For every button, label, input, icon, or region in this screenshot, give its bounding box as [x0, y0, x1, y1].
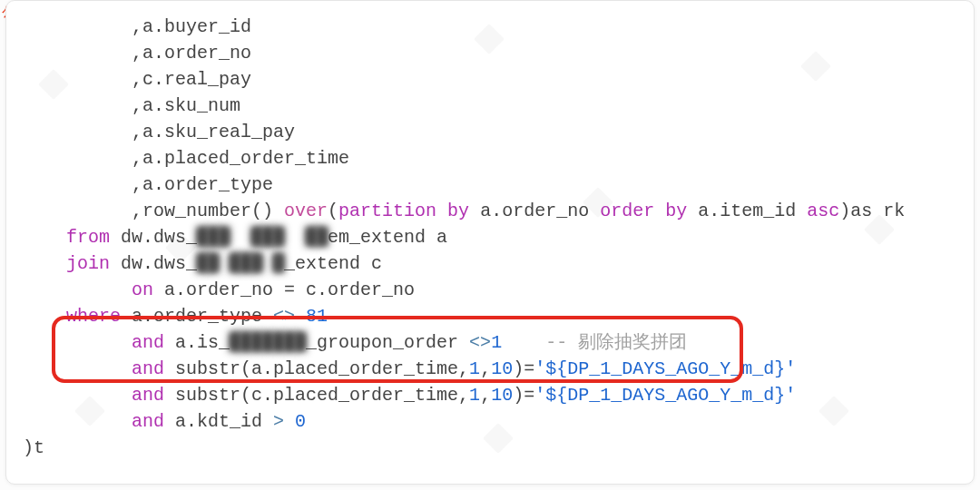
code-line: and substr(a.placed_order_time,1,10)='${…	[23, 358, 796, 379]
code-line: and a.is_███████_groupon_order <>1 -- 剔除…	[23, 332, 687, 353]
code-line: )t	[23, 437, 44, 458]
code-line: on a.order_no = c.order_no	[23, 279, 415, 300]
code-line: and a.kdt_id > 0	[23, 411, 306, 432]
code-line: ,c.real_pay	[23, 69, 251, 90]
code-line: ,a.sku_num	[23, 95, 240, 116]
code-line: join dw.dws_██ ███ █_extend c	[23, 253, 382, 274]
code-line: from dw.dws_███ ███ ██em_extend a	[23, 227, 447, 248]
code-line: ,row_number() over(partition by a.order_…	[23, 201, 905, 221]
sql-code-block: ,a.buyer_id ,a.order_no ,c.real_pay ,a.s…	[23, 14, 957, 461]
code-card: ,a.buyer_id ,a.order_no ,c.real_pay ,a.s…	[5, 0, 975, 485]
code-line: ,a.placed_order_time	[23, 148, 349, 169]
code-line: ,a.order_no	[23, 43, 251, 64]
code-line: where a.order_type <> 81	[23, 306, 328, 327]
code-line: ,a.sku_real_pay	[23, 122, 295, 142]
code-line: and substr(c.placed_order_time,1,10)='${…	[23, 385, 796, 406]
code-line: ,a.order_type	[23, 174, 273, 195]
code-line: ,a.buyer_id	[23, 16, 251, 37]
